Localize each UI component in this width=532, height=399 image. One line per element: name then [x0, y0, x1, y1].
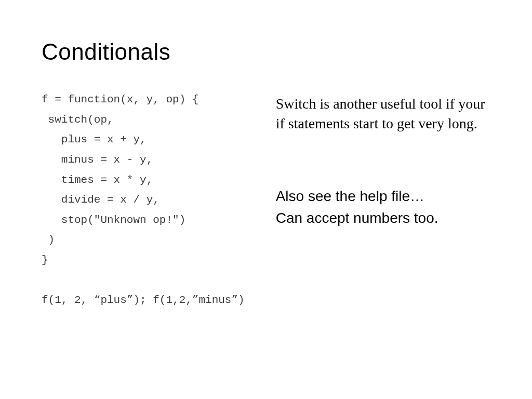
content-columns: f = function(x, y, op) { switch(op, plus…: [42, 90, 490, 311]
code-line: minus = x - y,: [42, 154, 153, 166]
code-line: }: [42, 254, 48, 266]
code-line: ): [42, 234, 55, 246]
code-line: stop("Unknown op!"): [42, 214, 185, 226]
code-block: f = function(x, y, op) { switch(op, plus…: [42, 90, 245, 311]
explanation-column: Switch is another useful tool if your if…: [276, 90, 490, 311]
description-paragraph: Switch is another useful tool if your if…: [276, 94, 490, 134]
code-line: f = function(x, y, op) {: [42, 94, 198, 105]
code-line: plus = x + y,: [42, 134, 147, 145]
code-line: times = x * y,: [42, 174, 153, 186]
code-line: divide = x / y,: [42, 194, 159, 206]
code-line: switch(op,: [42, 114, 114, 126]
note-line: Can accept numbers too.: [276, 207, 490, 229]
note-line: Also see the help file…: [276, 185, 490, 207]
slide-title: Conditionals: [42, 39, 490, 65]
code-column: f = function(x, y, op) { switch(op, plus…: [42, 90, 245, 311]
code-line: f(1, 2, “plus”); f(1,2,”minus”): [42, 294, 245, 306]
